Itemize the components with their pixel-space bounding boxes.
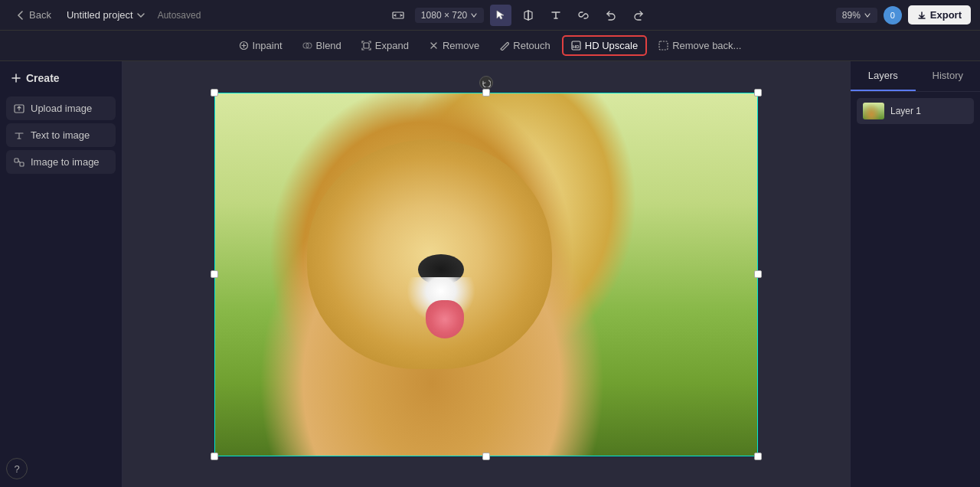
tab-history[interactable]: History xyxy=(916,61,981,91)
remove-bg-btn[interactable]: Remove back... xyxy=(650,36,750,55)
retouch-label: Retouch xyxy=(513,40,550,51)
handle-bottom-middle[interactable] xyxy=(482,453,490,460)
resize-icon-btn[interactable] xyxy=(387,5,409,26)
download-icon xyxy=(917,11,926,20)
rotate-handle[interactable] xyxy=(479,76,493,90)
left-sidebar: Create Upload image Text to image Image … xyxy=(0,61,122,487)
right-sidebar: Layers History Layer 1 xyxy=(850,61,980,487)
notif-count: 0 xyxy=(890,11,895,20)
remove-icon xyxy=(429,41,439,51)
handle-top-right[interactable] xyxy=(754,89,762,96)
back-arrow-icon xyxy=(15,10,26,21)
undo-btn[interactable] xyxy=(600,5,622,26)
undo-icon xyxy=(606,10,616,21)
inpaint-label: Inpaint xyxy=(253,40,283,51)
chevron-down-icon xyxy=(470,11,478,19)
topbar-center: 1080 × 720 xyxy=(210,5,826,26)
retouch-icon xyxy=(499,41,509,51)
svg-rect-9 xyxy=(15,159,18,162)
handle-middle-right[interactable] xyxy=(754,270,762,278)
remove-btn[interactable]: Remove xyxy=(420,36,488,55)
toolbar2: Inpaint Blend Expand Remove Retouch HD H… xyxy=(0,31,980,61)
blend-label: Blend xyxy=(316,40,341,51)
main-area: Create Upload image Text to image Image … xyxy=(0,61,980,487)
resize-icon xyxy=(392,9,404,21)
flip-icon-btn[interactable] xyxy=(518,5,539,26)
sidebar-btn-upload[interactable]: Upload image xyxy=(6,96,116,120)
remove-bg-icon xyxy=(658,41,668,51)
upload-icon xyxy=(14,103,24,114)
right-panel-tabs: Layers History xyxy=(851,61,980,92)
handle-bottom-right[interactable] xyxy=(754,453,762,460)
sidebar-header: Create xyxy=(6,69,116,87)
handle-top-middle[interactable] xyxy=(482,89,490,96)
upload-image-label: Upload image xyxy=(31,103,92,114)
resolution-text: 1080 × 720 xyxy=(421,10,467,21)
image-to-image-label: Image to image xyxy=(31,156,100,168)
handle-bottom-left[interactable] xyxy=(211,453,218,460)
sidebar-btn-image-to-image[interactable]: Image to image xyxy=(6,150,116,174)
export-label: Export xyxy=(930,9,962,21)
svg-rect-4 xyxy=(364,43,369,48)
sidebar-bottom: ? xyxy=(6,450,116,479)
dog-head xyxy=(307,139,552,369)
upscale-label: HD Upscale xyxy=(585,40,638,51)
expand-btn[interactable]: Expand xyxy=(353,36,417,55)
resolution-badge[interactable]: 1080 × 720 xyxy=(415,8,484,23)
remove-bg-label: Remove back... xyxy=(672,40,741,51)
redo-btn[interactable] xyxy=(628,5,649,26)
link-tool-btn[interactable] xyxy=(573,5,594,26)
inpaint-btn[interactable]: Inpaint xyxy=(230,36,291,55)
sidebar-btn-text-to-image[interactable]: Text to image xyxy=(6,123,116,147)
flip-icon xyxy=(522,9,534,21)
project-title[interactable]: Untitled project xyxy=(67,9,145,21)
image-to-image-icon xyxy=(14,157,24,168)
select-tool-btn[interactable] xyxy=(490,5,511,26)
expand-icon xyxy=(361,41,371,51)
canvas-image xyxy=(214,93,758,456)
zoom-badge[interactable]: 89% xyxy=(836,8,877,23)
upscale-btn[interactable]: HD HD Upscale xyxy=(562,35,647,56)
remove-label: Remove xyxy=(443,40,479,51)
text-icon xyxy=(550,10,561,21)
svg-text:HD: HD xyxy=(573,44,580,49)
chevron-down-icon xyxy=(136,11,145,20)
chevron-down-icon-zoom xyxy=(864,11,871,19)
hd-upscale-icon: HD xyxy=(571,41,581,51)
layers-panel: Layer 1 xyxy=(851,92,980,487)
handle-middle-left[interactable] xyxy=(211,270,218,278)
svg-rect-10 xyxy=(20,162,24,166)
text-to-image-label: Text to image xyxy=(31,129,90,141)
blend-btn[interactable]: Blend xyxy=(294,36,350,55)
inpaint-icon xyxy=(239,41,249,51)
layer-thumb-inner xyxy=(863,103,884,119)
layer-thumbnail xyxy=(863,103,884,119)
tab-layers[interactable]: Layers xyxy=(851,61,916,91)
canvas-wrapper xyxy=(214,93,758,456)
dog-tongue xyxy=(426,300,464,338)
autosaved-text: Autosaved xyxy=(158,10,201,21)
blend-icon xyxy=(302,41,312,51)
layers-tab-label: Layers xyxy=(868,70,898,81)
topbar: Back Untitled project Autosaved 1080 × 7… xyxy=(0,0,980,31)
zoom-text: 89% xyxy=(842,10,861,21)
expand-label: Expand xyxy=(375,40,409,51)
back-label: Back xyxy=(29,9,51,21)
cursor-icon xyxy=(495,9,507,21)
back-button[interactable]: Back xyxy=(9,6,57,24)
create-icon xyxy=(11,73,21,83)
export-button[interactable]: Export xyxy=(908,5,971,25)
handle-top-left[interactable] xyxy=(211,89,218,96)
project-title-text: Untitled project xyxy=(67,9,133,21)
svg-rect-7 xyxy=(659,41,668,50)
text-tool-btn[interactable] xyxy=(545,5,567,26)
sidebar-header-label: Create xyxy=(26,72,60,84)
layer-name: Layer 1 xyxy=(890,106,921,116)
help-button[interactable]: ? xyxy=(6,458,28,479)
text-image-icon xyxy=(14,130,24,141)
canvas-area[interactable] xyxy=(122,61,850,487)
redo-icon xyxy=(633,10,644,21)
notification-badge[interactable]: 0 xyxy=(884,6,902,25)
retouch-btn[interactable]: Retouch xyxy=(491,36,558,55)
layer-item[interactable]: Layer 1 xyxy=(857,98,974,124)
